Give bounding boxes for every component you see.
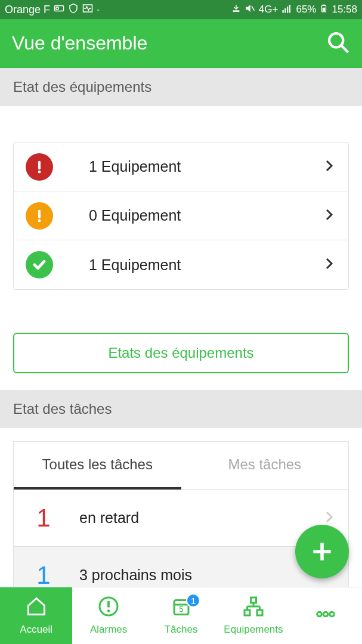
svg-point-15	[38, 170, 41, 173]
alert-warning-icon	[26, 202, 53, 230]
svg-point-17	[38, 219, 41, 222]
home-icon	[26, 596, 47, 620]
svg-rect-26	[250, 597, 256, 603]
add-fab-button[interactable]	[295, 525, 349, 578]
svg-rect-27	[245, 610, 250, 615]
svg-rect-11	[323, 7, 326, 11]
nav-tasks[interactable]: 5 1 Tâches	[145, 587, 217, 644]
svg-point-22	[107, 609, 110, 612]
status-left: Orange F ·	[5, 3, 100, 17]
equipment-row-label: 1 Equipement	[89, 256, 322, 274]
svg-rect-5	[283, 10, 284, 13]
pulse-icon	[82, 3, 93, 17]
chevron-right-icon	[322, 159, 336, 175]
svg-point-12	[329, 33, 343, 47]
nav-more[interactable]	[290, 587, 362, 644]
nav-label: Alarmes	[90, 624, 127, 636]
svg-rect-10	[323, 4, 326, 5]
task-count: 1	[26, 504, 61, 532]
svg-point-33	[317, 612, 322, 617]
svg-line-4	[252, 6, 255, 11]
alert-icon	[98, 596, 119, 620]
equipment-row-label: 0 Equipement	[89, 207, 322, 224]
nav-label: Tâches	[165, 624, 198, 636]
equipment-row-ok[interactable]: 1 Equipement	[14, 240, 348, 289]
equipment-row-label: 1 Equipement	[89, 158, 322, 175]
equipment-section-header: Etat des équipements	[0, 68, 362, 106]
task-count: 1	[26, 561, 61, 590]
app-bar: Vue d'ensemble	[0, 19, 362, 68]
equipment-row-critical[interactable]: 1 Equipement	[14, 143, 348, 191]
chevron-right-icon	[322, 510, 336, 527]
svg-line-13	[341, 45, 348, 52]
shield-icon	[68, 3, 79, 17]
status-right: 4G+ 65% 15:58	[231, 3, 357, 17]
tasks-badge: 1	[186, 593, 200, 608]
dot-icon: ·	[97, 4, 100, 16]
more-icon	[315, 603, 336, 628]
battery-label: 65%	[296, 4, 316, 16]
svg-point-34	[324, 612, 329, 617]
battery-icon	[320, 3, 328, 17]
svg-text:5: 5	[179, 605, 184, 614]
equipment-card: 1 Equipement 0 Equipement 1 Equipement	[13, 142, 349, 290]
equipment-row-warning[interactable]: 0 Equipement	[14, 191, 348, 240]
page-title: Vue d'ensemble	[12, 32, 147, 54]
equipment-states-button[interactable]: Etats des équipements	[13, 333, 349, 373]
mute-icon	[245, 3, 255, 17]
svg-rect-8	[289, 5, 290, 13]
download-icon	[231, 4, 241, 16]
svg-point-35	[330, 612, 335, 617]
chevron-right-icon	[322, 208, 336, 224]
svg-rect-3	[233, 10, 239, 12]
chevron-right-icon	[322, 256, 336, 273]
search-button[interactable]	[326, 30, 350, 57]
network-type: 4G+	[259, 4, 279, 16]
tasks-section-header: Etat des tâches	[0, 390, 362, 428]
tasks-tabs: Toutes les tâches Mes tâches	[13, 441, 349, 490]
check-ok-icon	[26, 251, 53, 278]
nav-alarms[interactable]: Alarmes	[72, 587, 144, 644]
nav-equipment[interactable]: Equipements	[217, 587, 289, 644]
task-label: en retard	[79, 509, 322, 527]
svg-point-1	[56, 7, 59, 10]
voicemail-icon	[54, 3, 64, 17]
task-label: 3 prochains mois	[79, 566, 336, 584]
carrier-label: Orange F	[5, 4, 50, 16]
svg-rect-28	[257, 610, 262, 615]
svg-rect-7	[287, 7, 288, 13]
signal-icon	[281, 3, 292, 17]
tab-my-tasks[interactable]: Mes tâches	[181, 442, 349, 490]
clock-label: 15:58	[332, 4, 357, 16]
svg-rect-6	[285, 8, 286, 13]
nav-label: Equipements	[224, 624, 283, 636]
tab-all-tasks[interactable]: Toutes les tâches	[14, 442, 181, 490]
nav-home[interactable]: Accueil	[0, 587, 72, 644]
alert-critical-icon	[26, 153, 53, 181]
bottom-nav: Accueil Alarmes 5 1 Tâches Equipements	[0, 587, 362, 644]
status-bar: Orange F · 4G+ 65% 15:58	[0, 0, 362, 19]
nav-label: Accueil	[20, 624, 52, 636]
network-icon	[243, 596, 264, 620]
